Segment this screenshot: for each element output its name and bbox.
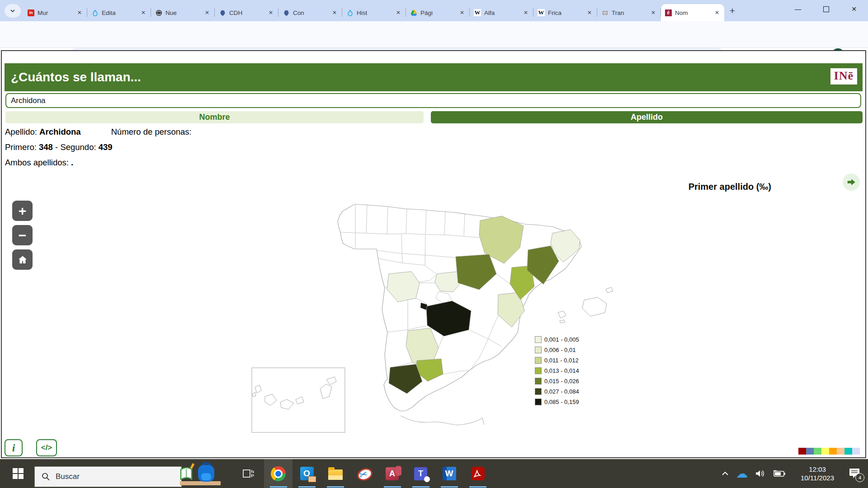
info-button[interactable]: i	[5, 439, 23, 456]
drupal-icon	[91, 9, 99, 16]
running-indicator	[270, 486, 287, 488]
legend-swatch	[535, 357, 542, 364]
browser-tab[interactable]: WFrica✕	[533, 4, 597, 21]
tab-search-button[interactable]	[5, 4, 21, 18]
file-explorer-icon	[328, 469, 343, 480]
legend-swatch	[535, 367, 542, 374]
embed-code-button[interactable]: </>	[36, 439, 57, 456]
tab-close-icon[interactable]: ✕	[204, 9, 210, 17]
tab-label: Frica	[548, 9, 583, 16]
tab-close-icon[interactable]: ✕	[459, 9, 465, 17]
tab-close-icon[interactable]: ✕	[395, 9, 401, 17]
map-zoom-out-button[interactable]: −	[12, 225, 33, 245]
crest-icon	[219, 9, 226, 16]
tab-label: Nom	[675, 9, 711, 16]
dark-globe-icon	[155, 9, 162, 16]
tab-close-icon[interactable]: ✕	[76, 9, 83, 17]
taskbar-app-chrome[interactable]	[264, 459, 292, 488]
tab-close-icon[interactable]: ✕	[650, 9, 656, 17]
colorbar-swatch[interactable]	[852, 448, 860, 455]
tab-apellido[interactable]: Apellido	[431, 111, 863, 123]
taskbar-app-access[interactable]: A	[378, 459, 406, 488]
tab-nombre[interactable]: Nombre	[5, 111, 424, 123]
colorbar-swatch[interactable]	[829, 448, 837, 455]
colorbar-swatch[interactable]	[806, 448, 814, 455]
colorbar-swatch[interactable]	[837, 448, 844, 455]
taskbar-app-acrobat[interactable]	[463, 459, 492, 488]
globe-icon	[601, 9, 609, 16]
tab-label: Alfa	[484, 9, 519, 16]
notification-badge: 4	[855, 473, 864, 482]
browser-tab[interactable]: Hist✕	[342, 4, 406, 21]
tab-close-icon[interactable]: ✕	[331, 9, 338, 17]
taskbar-app-word[interactable]: W	[435, 459, 463, 488]
search-highlight-decoration[interactable]	[175, 460, 222, 488]
browser-toolbar: ine.es/widgets/nombApell/index.shtml	[0, 21, 868, 48]
browser-tab[interactable]: WAlfa✕	[470, 4, 533, 21]
close-button[interactable]: ✕	[840, 0, 868, 18]
ambos-label: Ambos apellidos:	[5, 158, 69, 167]
browser-tab[interactable]: inMur✕	[24, 4, 87, 21]
tray-chevron-up-icon[interactable]	[722, 471, 729, 476]
legend-item: 0,001 - 0,005	[535, 334, 579, 345]
battery-icon[interactable]	[772, 469, 786, 478]
screen: inMur✕Edita✕Nue✕CDH✕Con✕Hist✕Pági✕WAlfa✕…	[0, 0, 868, 488]
dash: -	[55, 142, 58, 152]
browser-tab[interactable]: Nue✕	[151, 4, 214, 21]
browser-tab[interactable]: Tran✕	[597, 4, 660, 21]
taskbar-app-explorer[interactable]	[321, 459, 349, 488]
tab-close-icon[interactable]: ✕	[714, 9, 720, 17]
maximize-button[interactable]	[812, 0, 840, 18]
tab-close-icon[interactable]: ✕	[140, 9, 146, 17]
map-home-button[interactable]	[12, 249, 33, 270]
spain-choropleth-map[interactable]	[249, 190, 619, 461]
running-indicator	[412, 486, 429, 488]
canary-islands-inset[interactable]	[252, 368, 345, 432]
palette-colorbar[interactable]	[798, 448, 860, 455]
apellido-value: Archidona	[39, 127, 80, 136]
map-zoom-in-button[interactable]: +	[12, 201, 33, 221]
search-icon	[41, 472, 50, 481]
volume-icon[interactable]	[755, 469, 765, 478]
browser-tab[interactable]: Pági✕	[406, 4, 469, 21]
surname-search-input[interactable]	[5, 93, 861, 108]
colorbar-swatch[interactable]	[821, 448, 829, 455]
taskbar-app-snipping[interactable]: ✂	[349, 459, 378, 488]
ine-logo[interactable]: INē	[830, 68, 857, 84]
balearic-islands[interactable]	[558, 287, 613, 323]
result-line-apellido: Apellido: Archidona Número de personas:	[5, 127, 192, 137]
new-tab-button[interactable]: +	[726, 5, 739, 17]
onedrive-icon[interactable]: ☁	[736, 469, 748, 478]
tab-label: Con	[293, 9, 328, 16]
colorbar-swatch[interactable]	[814, 448, 821, 455]
colorbar-swatch[interactable]	[798, 448, 806, 455]
browser-tab-active[interactable]: ēNom✕	[661, 4, 724, 21]
taskbar-clock[interactable]: 12:03 10/11/2023	[793, 465, 842, 482]
action-center-button[interactable]: 4	[848, 467, 862, 480]
browser-tab[interactable]: CDH✕	[215, 4, 278, 21]
browser-tab[interactable]: Edita✕	[87, 4, 151, 21]
minimize-button[interactable]: —	[784, 0, 812, 18]
legend-label: 0,013 - 0,014	[544, 367, 579, 374]
access-icon: A	[386, 467, 399, 480]
legend-label: 0,001 - 0,005	[544, 336, 579, 343]
taskbar-app-teams[interactable]: T	[406, 459, 435, 488]
tab-label: Mur	[38, 9, 73, 16]
taskbar-search-box[interactable]: Buscar	[34, 466, 182, 487]
maximize-icon	[823, 6, 829, 12]
taskbar-app-outlook[interactable]: O	[292, 459, 321, 488]
tab-close-icon[interactable]: ✕	[523, 9, 529, 17]
task-view-button[interactable]	[241, 467, 255, 480]
next-map-button[interactable]	[843, 174, 860, 191]
browser-tab[interactable]: Con✕	[278, 4, 342, 21]
legend-swatch	[535, 399, 542, 405]
map-legend: 0,001 - 0,0050,006 - 0,010,011 - 0,0120,…	[535, 334, 579, 407]
tab-label: Pági	[420, 9, 456, 16]
start-button[interactable]	[6, 459, 30, 488]
segundo-value: 439	[99, 142, 113, 152]
tab-close-icon[interactable]: ✕	[586, 9, 593, 17]
colorbar-swatch[interactable]	[844, 448, 852, 455]
page-title: ¿Cuántos se llaman...	[11, 70, 141, 84]
taskbar-app-tiles: O✂ATW	[264, 459, 492, 488]
tab-close-icon[interactable]: ✕	[268, 9, 274, 17]
